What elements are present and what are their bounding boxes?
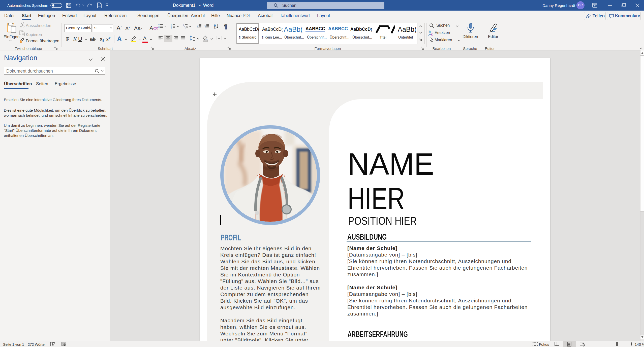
svg-text:i: i xyxy=(185,27,186,28)
svg-text:Z: Z xyxy=(214,26,216,29)
svg-text:3: 3 xyxy=(171,27,172,28)
